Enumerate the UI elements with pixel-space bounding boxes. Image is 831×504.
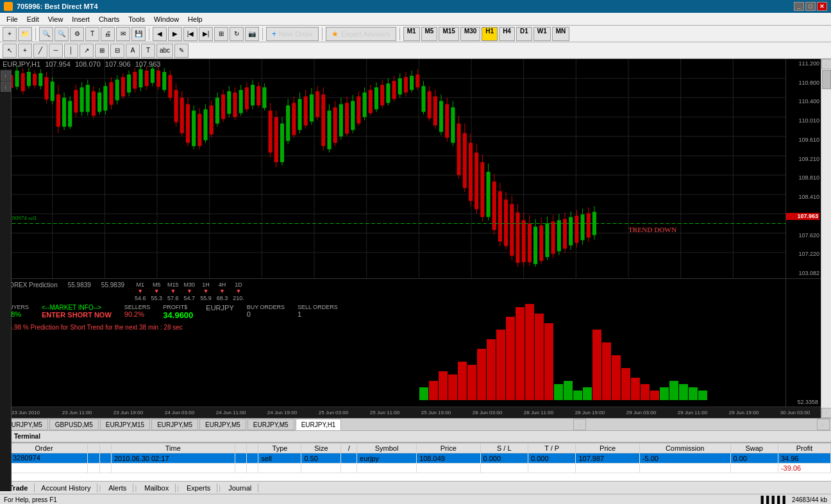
- tool-fib[interactable]: ⊞: [95, 44, 109, 58]
- side-nav-btn1[interactable]: ↑: [1, 71, 11, 81]
- menu-edit[interactable]: Edit: [23, 14, 43, 24]
- tool-cursor[interactable]: ↖: [3, 44, 17, 58]
- sep1: [35, 28, 36, 40]
- tab-alerts[interactable]: Alerts: [102, 483, 133, 492]
- tf-m30[interactable]: M30: [460, 27, 480, 41]
- forex-prediction-label: FOREX Prediction: [5, 281, 58, 289]
- menu-help[interactable]: Help: [184, 14, 206, 24]
- cell-type: sell: [258, 453, 301, 464]
- toolbar-next[interactable]: ▶: [168, 27, 182, 41]
- tool-pencil[interactable]: ✎: [174, 44, 189, 58]
- minimize-button[interactable]: _: [794, 2, 804, 11]
- sep4: [322, 28, 323, 40]
- toolbar-screenshot[interactable]: 📷: [245, 27, 259, 41]
- toolbar-properties[interactable]: ⚙: [70, 27, 84, 41]
- tf-h1[interactable]: H1: [482, 27, 498, 41]
- tf-mn[interactable]: MN: [552, 27, 570, 41]
- tab-experts[interactable]: Experts: [180, 483, 217, 492]
- toolbar-email[interactable]: ✉: [116, 27, 130, 41]
- table-row[interactable]: 3280974 2010.06.30 02:17 sell 0.50 eurjp…: [1, 453, 831, 464]
- scroll-thumb[interactable]: [822, 70, 831, 89]
- vertical-scrollbar[interactable]: ▲ ▼: [821, 59, 831, 418]
- toolbar-template[interactable]: T: [85, 27, 99, 41]
- toolbar-prev[interactable]: ◀: [153, 27, 167, 41]
- cell-price4: [576, 464, 639, 473]
- tf-h4[interactable]: H4: [499, 27, 515, 41]
- tf-m15[interactable]: M15: [439, 27, 458, 41]
- bar-item: [439, 371, 448, 400]
- toolbar-scroll-right[interactable]: ▶|: [199, 27, 213, 41]
- toolbar-refresh[interactable]: ↻: [230, 27, 244, 41]
- tool-vline[interactable]: │: [64, 44, 78, 58]
- tab-account-history[interactable]: Account History: [35, 483, 97, 492]
- close-button[interactable]: ✕: [817, 2, 827, 11]
- scroll-down-btn[interactable]: ▼: [821, 408, 831, 418]
- tool-text-A[interactable]: A: [126, 44, 140, 58]
- chart-tab-eurjpy-m5-2[interactable]: EURJPY,M5: [151, 419, 198, 430]
- side-nav-btn2[interactable]: ↓: [1, 81, 11, 92]
- chart-tab-eurjpy-m5-3[interactable]: EURJPY,M5: [199, 419, 246, 430]
- price-axis: 111.200 110.800 110.400 110.010 109.610 …: [785, 59, 821, 278]
- tool-crosshair[interactable]: +: [18, 44, 32, 58]
- tool-grid[interactable]: ⊟: [110, 44, 124, 58]
- menu-bar: File Edit View Insert Charts Tools Windo…: [0, 13, 831, 26]
- menu-charts[interactable]: Charts: [95, 14, 123, 24]
- tabs-scroll-right[interactable]: ▶: [817, 419, 830, 430]
- enter-short-label: ENTER SHORT NOW: [42, 311, 112, 319]
- tf-m1[interactable]: M1: [403, 27, 420, 41]
- col-price: Price: [417, 444, 480, 453]
- toolbar-scroll-left[interactable]: |◀: [183, 27, 197, 41]
- toolbar-open-chart[interactable]: 📁: [18, 27, 32, 41]
- toolbar-print[interactable]: 🖨: [101, 27, 115, 41]
- scroll-up-btn[interactable]: ▲: [821, 59, 831, 69]
- tabs-scroll-left[interactable]: ◀: [573, 419, 586, 430]
- tab-journal[interactable]: Journal: [222, 483, 258, 492]
- chart-tab-eurjpy-m5-4[interactable]: EURJPY,M5: [248, 419, 294, 430]
- cell-slash: [341, 453, 357, 464]
- chart-tab-eurjpy-m15[interactable]: EURJPY,M15: [100, 419, 150, 430]
- menu-insert[interactable]: Insert: [68, 14, 94, 24]
- status-help-text: For Help, press F1: [4, 496, 57, 503]
- chart-tab-eurjpy-h1[interactable]: EURJPY,H1: [296, 419, 342, 430]
- date-5: 24 Jun 11:00: [205, 410, 256, 416]
- bar-item: [554, 384, 563, 400]
- toolbar-zoom-sel[interactable]: ⊞: [214, 27, 228, 41]
- toolbar-save[interactable]: 💾: [131, 27, 146, 41]
- tf-w1[interactable]: W1: [533, 27, 551, 41]
- terminal-title-label: Terminal: [14, 433, 40, 440]
- menu-file[interactable]: File: [3, 14, 22, 24]
- chart-tab-gbpusd-m5[interactable]: GBPUSD,M5: [49, 419, 99, 430]
- tab-mailbox[interactable]: Mailbox: [138, 483, 176, 492]
- menu-window[interactable]: Window: [150, 14, 183, 24]
- tf-d1[interactable]: D1: [516, 27, 532, 41]
- cell-size: 0.50: [301, 453, 341, 464]
- bar-item: [516, 307, 525, 400]
- cell-price3: [417, 464, 480, 473]
- menu-view[interactable]: View: [44, 14, 67, 24]
- tool-hline[interactable]: ─: [49, 44, 63, 58]
- chart-tabs-bar: EURJPY,M5 GBPUSD,M5 EURJPY,M15 EURJPY,M5…: [0, 418, 831, 431]
- tf-m5[interactable]: M5: [421, 27, 438, 41]
- tf-4h-item: 4H ▼ 68.3: [217, 281, 228, 301]
- toolbar-zoom-out[interactable]: 🔍: [55, 27, 69, 41]
- bar-item: [621, 368, 630, 400]
- col-profit: Profit: [778, 444, 830, 453]
- new-order-button[interactable]: + New Order: [266, 27, 319, 41]
- col-swap: Swap: [730, 444, 778, 453]
- maximize-button[interactable]: □: [805, 2, 816, 11]
- menu-tools[interactable]: Tools: [124, 14, 149, 24]
- expert-advisors-button[interactable]: ★ Expert Advisors: [326, 27, 396, 41]
- price-chart[interactable]: EURJPY,H1 107.954 108.070 107.906 107.96…: [0, 59, 821, 278]
- bar-item: [631, 378, 640, 400]
- prediction-alert-text: 66.98 % Prediction for Short Trend for t…: [5, 324, 412, 331]
- tool-text-T[interactable]: T: [141, 44, 155, 58]
- tool-arrow[interactable]: ↗: [80, 44, 94, 58]
- bar-item: [564, 381, 573, 400]
- col-commission: Commission: [639, 444, 730, 453]
- profit-label: PROFIT$: [163, 304, 193, 310]
- toolbar-new-chart[interactable]: +: [3, 27, 17, 41]
- tool-line[interactable]: ╱: [33, 44, 47, 58]
- ea-icon: ★: [332, 29, 339, 38]
- toolbar-zoom-in[interactable]: 🔍: [39, 27, 53, 41]
- tool-text-ABC[interactable]: abc: [156, 44, 173, 58]
